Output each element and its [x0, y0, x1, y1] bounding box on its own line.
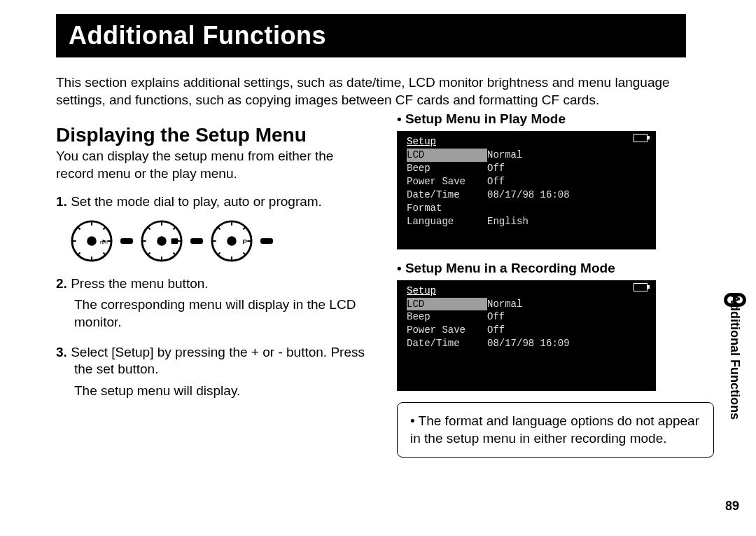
lcd-row: Format	[407, 202, 646, 215]
lcd-row: Date/Time08/17/98 16:09	[407, 337, 646, 350]
step-3: 3. Select [Setup] by pressing the + or -…	[56, 344, 373, 378]
lcd-title: Setup	[407, 135, 646, 149]
step-num: 2.	[56, 276, 67, 291]
side-tab-label: Additional Functions	[727, 294, 742, 420]
lcd-setup-rec: Setup LCDNormal BeepOff Power SaveOff Da…	[397, 280, 656, 391]
lcd-row: Date/Time08/17/98 16:08	[407, 188, 646, 202]
steps-list: 1. Set the mode dial to play, auto or pr…	[56, 193, 373, 400]
separator-dash	[260, 238, 273, 244]
lcd-row: LCDNormal	[407, 149, 646, 162]
step-text: Press the menu button.	[71, 276, 208, 291]
section-lead: You can display the setup menu from eith…	[56, 148, 373, 182]
svg-point-9	[87, 236, 97, 246]
lcd-row: BeepOff	[407, 162, 646, 175]
step-1: 1. Set the mode dial to play, auto or pr…	[56, 193, 373, 211]
lcd-setup-play: Setup LCDNormal BeepOff Power SaveOff Da…	[397, 131, 656, 249]
mode-dial-play-icon: PLAY	[70, 219, 113, 263]
lcd-row: Power SaveOff	[407, 324, 646, 337]
step-3-sub: The setup menu will display.	[74, 383, 373, 400]
svg-rect-22	[172, 238, 178, 244]
note-box: • The format and language options do not…	[397, 402, 714, 458]
svg-point-21	[157, 236, 167, 246]
step-num: 1.	[56, 194, 67, 209]
step-text: Select [Setup] by pressing the + or - bu…	[71, 345, 365, 377]
rec-mode-heading: • Setup Menu in a Recording Mode	[397, 261, 714, 276]
left-column: Displaying the Setup Menu You can displa…	[56, 109, 373, 458]
intro-paragraph: This section explains additional setting…	[56, 74, 714, 109]
separator-dash	[190, 238, 203, 244]
lcd-row: Power SaveOff	[407, 175, 646, 188]
mode-dial-row: PLAY	[70, 219, 373, 263]
step-num: 3.	[56, 345, 67, 359]
lcd-title: Setup	[407, 284, 646, 298]
battery-icon	[634, 283, 648, 291]
lcd-row: LCDNormal	[407, 298, 646, 311]
page-number: 89	[725, 499, 739, 514]
section-heading: Displaying the Setup Menu	[56, 124, 373, 146]
right-column: • Setup Menu in Play Mode Setup LCDNorma…	[397, 109, 714, 458]
battery-icon	[634, 134, 648, 142]
play-mode-heading: • Setup Menu in Play Mode	[397, 111, 714, 127]
svg-text:PLAY: PLAY	[100, 241, 109, 245]
step-2: 2. Press the menu button.	[56, 275, 373, 293]
mode-dial-auto-icon	[140, 219, 183, 263]
step-2-sub: The corresponding menu will display in t…	[74, 296, 373, 331]
lcd-row: BeepOff	[407, 310, 646, 324]
mode-dial-program-icon: P	[210, 219, 253, 263]
lcd-row: LanguageEnglish	[407, 215, 646, 228]
separator-dash	[120, 238, 133, 244]
svg-text:P: P	[243, 238, 248, 245]
step-text: Set the mode dial to play, auto or progr…	[71, 194, 322, 209]
svg-point-32	[227, 236, 237, 246]
chapter-banner: Additional Functions	[56, 14, 686, 57]
